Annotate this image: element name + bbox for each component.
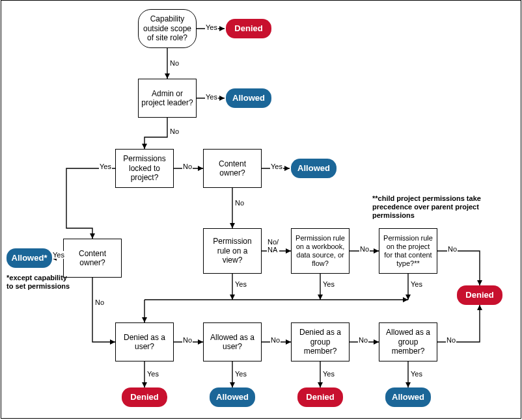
decision-capability-scope: Capability outside scope of site role? (138, 9, 197, 48)
decision-admin-leader: Admin or project leader? (138, 79, 197, 118)
terminal-allowed-admin: Allowed (226, 88, 271, 108)
edge-label: Yes (270, 163, 283, 170)
terminal-allowed-owner-unlocked: Allowed (291, 159, 337, 178)
edge-label: Yes (146, 370, 159, 378)
edge-label: No (169, 127, 180, 135)
edge-label: Yes (322, 280, 335, 288)
terminal-allowed-owner-locked: Allowed* (7, 248, 52, 268)
edge-label: Yes (234, 280, 247, 288)
decision-rule-on-view: Permission rule on a view? (203, 228, 262, 274)
decision-denied-as-user: Denied as a user? (115, 322, 174, 361)
edge-label: No (182, 163, 193, 170)
edge-label: Yes (205, 93, 218, 101)
edge-label: Yes (99, 163, 112, 170)
edge-label: Yes (205, 23, 218, 31)
edge-label: Yes (322, 370, 335, 378)
decision-allowed-as-group: Allowed as a group member? (379, 322, 437, 361)
edge-label: Yes (410, 280, 423, 288)
edge-label: Yes (52, 251, 65, 259)
edge-label: Yes (410, 370, 423, 378)
decision-allowed-as-user: Allowed as a user? (203, 322, 262, 361)
edge-label: No (446, 336, 456, 344)
edge-label: No (359, 245, 370, 253)
note-child-project: **child project permissions take precede… (372, 194, 483, 220)
decision-locked-project: Permissions locked to project? (115, 149, 174, 188)
decision-rule-on-workbook: Permission rule on a workbook, data sour… (291, 228, 350, 274)
terminal-allowed-user: Allowed (210, 387, 255, 407)
flowchart-frame: Capability outside scope of site role? D… (1, 0, 521, 419)
note-except-capability: *except capability to set permissions (7, 274, 72, 291)
edge-label: No (94, 298, 105, 306)
edge-label: No (358, 336, 368, 344)
decision-rule-on-project: Permission rule on the project for that … (379, 228, 437, 274)
decision-denied-as-group: Denied as a group member? (291, 322, 350, 361)
decision-content-owner-locked: Content owner? (63, 239, 122, 278)
edge-label: No/ NA (267, 238, 279, 254)
decision-content-owner-unlocked: Content owner? (203, 149, 262, 188)
terminal-denied-group: Denied (297, 387, 343, 407)
terminal-denied-scope: Denied (226, 19, 271, 38)
edge-label: No (447, 245, 458, 253)
edge-label: Yes (234, 370, 247, 378)
edge-label: No (270, 336, 281, 344)
edge-label: No (182, 336, 193, 344)
edge-label: No (169, 59, 180, 67)
terminal-denied-user: Denied (122, 387, 167, 407)
terminal-denied-no-rule: Denied (457, 285, 502, 305)
terminal-allowed-group: Allowed (385, 387, 431, 407)
edge-label: No (234, 199, 245, 207)
